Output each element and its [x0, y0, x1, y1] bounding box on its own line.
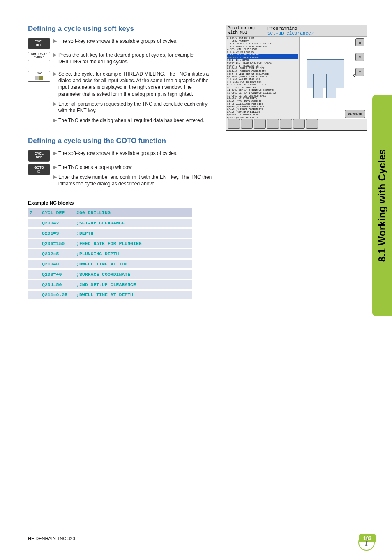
cnc-screenshot: Positioning with MDI Programming Set-up …	[226, 25, 367, 131]
section2-heading: Defining a cycle using the GOTO function	[28, 137, 214, 145]
cnc-bottom-btn[interactable]	[293, 119, 305, 129]
arrow-icon: ▶	[53, 164, 57, 171]
cnc-mode-right: Programming	[267, 26, 364, 31]
softkey-drilling-thread[interactable]: DRILLING/ THREAD	[28, 52, 50, 61]
arrow-icon: ▶	[53, 174, 57, 187]
softkey-cycl-def-2[interactable]: CYCL DEF	[28, 150, 50, 162]
cnc-side-btn-t[interactable]: T	[355, 68, 364, 76]
nc-row: 7CYCL DEF200 DRILLING	[28, 208, 192, 218]
cnc-bottom-softkeys	[228, 119, 318, 129]
arrow-icon: ▶	[53, 38, 57, 44]
nc-row: Q206=150;FEED RATE FOR PLUNGING	[28, 238, 192, 249]
chapter-tab-label: 8.1 Working with Cycles	[376, 149, 388, 262]
arrow-icon: ▶	[53, 101, 57, 114]
main-content: Defining a cycle using soft keys CYCL DE…	[0, 0, 230, 301]
info-icon: i	[358, 534, 375, 551]
cnc-mode-left: Positioning with MDI	[226, 25, 265, 36]
section2-block: CYCL DEF ▶The soft-key row shows the ava…	[28, 150, 214, 190]
sec1-bullet-4: The TNC ends the dialog when all require…	[58, 117, 204, 124]
chapter-tab: 8.1 Working with Cycles	[372, 95, 392, 316]
cnc-bottom-btn[interactable]	[267, 119, 279, 129]
nc-blocks-table: 7CYCL DEF200 DRILLINGQ200=2;SET-UP CLEAR…	[28, 208, 192, 301]
cnc-subtitle: Set-up clearance?	[267, 31, 364, 36]
sec1-bullet-0: The soft-key row shows the available gro…	[58, 38, 178, 44]
softkey-drilling-thread-label: DRILLING/ THREAD	[31, 53, 47, 60]
arrow-icon: ▶	[53, 117, 57, 124]
sec2-bullet-2: Enter the cycle number and confirm it wi…	[58, 174, 214, 187]
softkey-cycl-def[interactable]: CYCL DEF	[28, 38, 50, 49]
softkey-262[interactable]: 262	[28, 71, 50, 82]
nc-row: Q204=50;2ND SET-UP CLEARANCE	[28, 279, 192, 290]
page-footer: HEIDENHAIN TNC 320 183	[0, 534, 392, 542]
softkey-goto[interactable]: GOTO ▢	[28, 164, 50, 175]
softkey-goto-label: GOTO ▢	[34, 166, 44, 173]
cnc-bottom-btn[interactable]	[241, 119, 253, 129]
softkey-cycl-def-2-label: CYCL DEF	[35, 152, 44, 159]
cnc-bottom-btn[interactable]	[306, 119, 318, 129]
example-nc-label: Example NC blocks	[28, 200, 214, 206]
nc-row: Q210=0;DWELL TIME AT TOP	[28, 259, 192, 269]
arrow-icon: ▶	[53, 71, 57, 97]
nc-row: Q203=+0;SURFACE COORDINATE	[28, 269, 192, 279]
footer-product: HEIDENHAIN TNC 320	[28, 536, 75, 541]
sec2-bullet-0: The soft-key row shows the available gro…	[58, 150, 178, 157]
sec2-bullet-1: The TNC opens a pop-up window	[58, 164, 132, 171]
softkey-cycl-def-label: CYCL DEF	[35, 40, 44, 47]
thread-mill-icon	[35, 76, 43, 80]
cnc-bottom-btn[interactable]	[280, 119, 292, 129]
sec1-bullet-3: Enter all parameters requested by the TN…	[58, 101, 214, 114]
cnc-side-btn-s[interactable]: S	[355, 53, 364, 61]
cnc-bottom-btn[interactable]	[254, 119, 266, 129]
arrow-icon: ▶	[53, 150, 57, 157]
arrow-icon: ▶	[53, 52, 57, 65]
section1-block: CYCL DEF ▶The soft-key row shows the ava…	[28, 38, 214, 127]
cnc-code-listing: 0 BEGIN PGM EX11 MM1 ;-ANY COMMENT2 BLK …	[226, 37, 299, 119]
cnc-bottom-btn[interactable]	[228, 119, 240, 129]
sec1-bullet-1: Press the soft key for the desired group…	[58, 52, 214, 65]
cnc-side-btn-m[interactable]: M	[355, 38, 364, 46]
sec1-bullet-2: Select the cycle, for example THREAD MIL…	[58, 71, 214, 97]
nc-row: Q200=2;SET-UP CLEARANCE	[28, 218, 192, 228]
section1-heading: Defining a cycle using soft keys	[28, 25, 214, 33]
nc-row: Q211=0.25;DWELL TIME AT DEPTH	[28, 290, 192, 300]
nc-row: Q202=5;PLUNGING DEPTH	[28, 249, 192, 259]
cnc-diagnose-btn[interactable]: DIAGNOSE	[345, 110, 365, 118]
softkey-262-label: 262	[37, 72, 42, 75]
nc-row: Q201=3;DEPTH	[28, 228, 192, 238]
